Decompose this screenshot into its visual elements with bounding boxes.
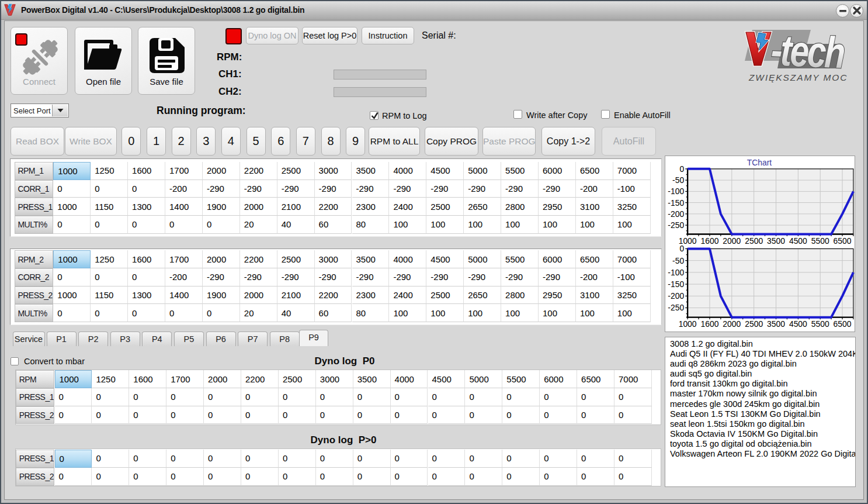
svg-text:-50: -50 — [672, 256, 684, 265]
svg-text:-50: -50 — [672, 175, 684, 185]
svg-text:-150: -150 — [668, 279, 684, 289]
svg-text:-100: -100 — [668, 187, 684, 196]
svg-text:ZWIĘKSZAMY MOC: ZWIĘKSZAMY MOC — [748, 73, 848, 82]
svg-text:5500: 5500 — [811, 319, 829, 329]
svg-text:3500: 3500 — [767, 236, 785, 246]
svg-text:-200: -200 — [668, 291, 684, 301]
svg-text:6500: 6500 — [834, 319, 852, 329]
svg-text:TChart: TChart — [747, 158, 772, 167]
svg-text:-250: -250 — [668, 303, 684, 312]
svg-text:-200: -200 — [668, 209, 684, 219]
svg-text:5500: 5500 — [811, 236, 829, 246]
svg-text:1600: 1600 — [701, 236, 719, 246]
svg-text:2000: 2000 — [723, 236, 741, 246]
svg-text:6500: 6500 — [834, 236, 852, 246]
svg-text:-150: -150 — [668, 198, 684, 208]
svg-text:4500: 4500 — [789, 319, 807, 329]
svg-text:2000: 2000 — [723, 319, 741, 329]
svg-text:-tech: -tech — [770, 25, 845, 77]
svg-text:2500: 2500 — [745, 236, 763, 246]
svg-text:0: 0 — [679, 244, 684, 253]
svg-text:3500: 3500 — [767, 319, 785, 329]
svg-text:4500: 4500 — [789, 236, 807, 246]
svg-text:-250: -250 — [668, 220, 684, 230]
svg-text:1600: 1600 — [701, 319, 719, 329]
svg-text:1000: 1000 — [679, 319, 697, 329]
svg-text:2500: 2500 — [745, 319, 763, 329]
svg-text:-100: -100 — [668, 268, 684, 277]
svg-text:0: 0 — [679, 164, 684, 174]
